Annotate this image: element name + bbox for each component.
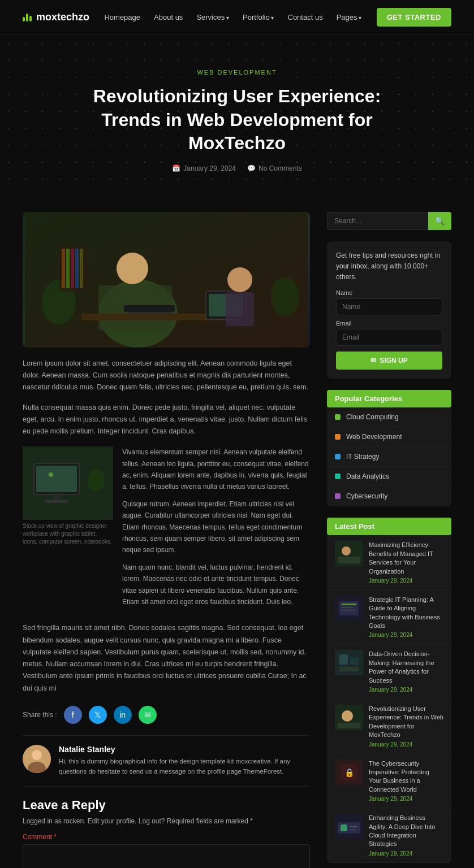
svg-point-28	[32, 750, 42, 760]
article-img-caption: Stock up view of graphic designer workpl…	[23, 522, 113, 546]
svg-rect-50	[341, 824, 347, 831]
article-para-1: Lorem ipsum dolor sit amet, consectetuer…	[23, 358, 310, 394]
hero-tag: WEB DEVELOPMENT	[23, 69, 451, 76]
latest-item-5[interactable]: Enhancing Business Agility: A Deep Dive …	[327, 808, 451, 863]
svg-rect-41	[339, 667, 359, 671]
login-note: Logged in as rocken. Edit your profile. …	[23, 817, 310, 825]
latest-thumb-3	[335, 705, 363, 730]
latest-thumb-4: 🔒	[335, 760, 363, 785]
latest-item-4[interactable]: 🔒 The Cybersecurity Imperative: Protecti…	[327, 754, 451, 809]
category-item-0[interactable]: Cloud Computing	[327, 407, 451, 427]
author-box: Natalie Stanley Hi, this is dummy biogra…	[23, 735, 310, 787]
nav-homepage[interactable]: Homepage	[104, 13, 140, 21]
latest-item-text-2: Data-Driven Decision-Making: Harnessing …	[369, 650, 443, 693]
mid-para-2: Quisque rutrum. Aenean imperdiet. Etiam …	[122, 498, 310, 556]
svg-rect-19	[80, 249, 83, 288]
comment-textarea[interactable]	[23, 844, 310, 868]
svg-rect-15	[62, 249, 65, 288]
article-image	[23, 212, 310, 348]
latest-item-3[interactable]: Revolutionizing User Experience: Trends …	[327, 699, 451, 754]
article-mid-image: Stock up view of graphic designer workpl…	[23, 446, 113, 613]
nav-portfolio[interactable]: Portfolio	[243, 13, 274, 21]
latest-item-1[interactable]: Strategic IT Planning: A Guide to Aligni…	[327, 590, 451, 645]
nav-about[interactable]: About us	[154, 13, 183, 21]
share-row: Share this : f 𝕏 in ✉	[23, 706, 310, 724]
latest-list: Maximizing Efficiency: Benefits of Manag…	[327, 535, 451, 862]
category-dot-1	[335, 434, 341, 440]
category-dot-3	[335, 474, 341, 479]
svg-point-26	[49, 472, 53, 477]
svg-point-3	[117, 253, 148, 284]
latest-posts: Latest Post Maximizing Efficiency: Benef…	[327, 518, 451, 862]
leave-reply-section: Leave a Reply Logged in as rocken. Edit …	[23, 798, 310, 868]
share-label: Share this :	[23, 711, 57, 719]
category-item-2[interactable]: IT Strategy	[327, 447, 451, 467]
svg-rect-39	[339, 654, 348, 665]
hero-title: Revolutionizing User Experience: Trends …	[79, 85, 395, 155]
category-dot-4	[335, 493, 341, 499]
article-mid-text: Vivamus elementum semper nisi. Aenean vu…	[122, 446, 310, 613]
nav-contact[interactable]: Contact us	[288, 13, 323, 21]
svg-rect-17	[71, 249, 74, 288]
category-item-4[interactable]: Cybersecurity	[327, 487, 451, 506]
get-started-button[interactable]: GET STARTED	[377, 8, 451, 27]
sidebar-email-input[interactable]	[336, 329, 442, 346]
author-bio: Hi, this is dummy biographical info for …	[59, 756, 310, 777]
article-content: Lorem ipsum dolor sit amet, consectetuer…	[23, 212, 310, 868]
latest-item-text-0: Maximizing Efficiency: Benefits of Manag…	[369, 541, 443, 584]
calendar-icon: 📅	[172, 164, 180, 172]
nav-services[interactable]: Services	[196, 13, 229, 21]
svg-rect-52	[350, 829, 355, 830]
sidebar-name-input[interactable]	[336, 298, 442, 315]
svg-rect-23	[54, 494, 59, 500]
latest-item-text-4: The Cybersecurity Imperative: Protecting…	[369, 760, 443, 802]
svg-point-13	[271, 277, 299, 316]
hero-date: 📅 January 29, 2024	[172, 164, 236, 172]
article-bottom-text: Sed fringilla mauris sit amet nibh. Done…	[23, 622, 310, 695]
share-whatsapp-button[interactable]: ✉	[139, 706, 157, 724]
category-dot-0	[335, 414, 341, 420]
svg-rect-9	[124, 305, 175, 312]
sidebar-newsletter-text: Get free tips and resources right in you…	[336, 250, 442, 283]
comment-icon: 💬	[247, 164, 256, 172]
nav-pages[interactable]: Pages	[337, 13, 362, 21]
author-avatar	[23, 745, 51, 773]
mid-para-1: Vivamus elementum semper nisi. Aenean vu…	[122, 446, 310, 493]
hero-comments: 💬 No Comments	[247, 164, 302, 172]
search-button[interactable]: 🔍	[428, 212, 451, 230]
category-item-1[interactable]: Web Development	[327, 427, 451, 447]
hero-section: WEB DEVELOPMENT Revolutionizing User Exp…	[0, 35, 474, 195]
sidebar-newsletter: Get free tips and resources right in you…	[327, 241, 451, 379]
nav-links: Homepage About us Services Portfolio Con…	[104, 13, 361, 21]
categories-list: Cloud Computing Web Development IT Strat…	[327, 407, 451, 506]
logo-text: moxtechzo	[36, 11, 89, 23]
categories-title: Popular Categories	[327, 390, 451, 407]
category-item-3[interactable]: Data Analytics	[327, 467, 451, 487]
article-para-2: Nulla consequat massa quis enim. Donec p…	[23, 402, 310, 438]
latest-item-text-1: Strategic IT Planning: A Guide to Aligni…	[369, 596, 443, 639]
share-facebook-button[interactable]: f	[64, 706, 82, 724]
mid-para-3: Nam quam nunc, blandit vel, luctus pulvi…	[122, 562, 310, 608]
svg-point-31	[342, 546, 351, 555]
latest-item-0[interactable]: Maximizing Efficiency: Benefits of Manag…	[327, 535, 451, 590]
svg-rect-18	[75, 249, 79, 288]
latest-item-text-3: Revolutionizing User Experience: Trends …	[369, 705, 443, 748]
signup-icon: ✉	[370, 357, 376, 364]
latest-thumb-0	[335, 541, 363, 566]
svg-rect-51	[350, 826, 357, 827]
author-info: Natalie Stanley Hi, this is dummy biogra…	[59, 745, 310, 777]
share-linkedin-button[interactable]: in	[114, 706, 132, 724]
category-dot-2	[335, 454, 341, 459]
svg-rect-44	[338, 723, 360, 728]
navbar: moxtechzo Homepage About us Services Por…	[0, 0, 474, 35]
svg-point-25	[88, 469, 105, 492]
svg-point-43	[342, 710, 353, 722]
sidebar: 🔍 Get free tips and resources right in y…	[327, 212, 451, 868]
latest-item-2[interactable]: Data-Driven Decision-Making: Harnessing …	[327, 644, 451, 699]
article-text: Lorem ipsum dolor sit amet, consectetuer…	[23, 358, 310, 438]
search-input[interactable]	[327, 212, 428, 230]
share-twitter-button[interactable]: 𝕏	[89, 706, 107, 724]
sidebar-signup-button[interactable]: ✉ SIGN UP	[336, 351, 442, 370]
latest-title: Latest Post	[327, 518, 451, 535]
logo[interactable]: moxtechzo	[23, 11, 89, 23]
